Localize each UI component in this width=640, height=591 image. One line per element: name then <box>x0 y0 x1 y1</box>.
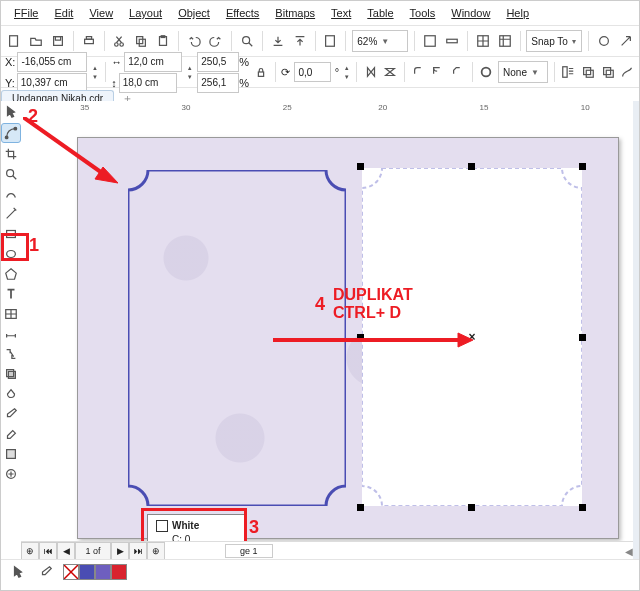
wrap-text-button[interactable] <box>560 61 576 83</box>
undo-button[interactable] <box>185 30 203 52</box>
guides-button[interactable] <box>496 30 514 52</box>
scroll-left-icon[interactable]: ◀ <box>625 546 633 557</box>
dimension-tool[interactable] <box>2 325 20 343</box>
publish-pdf-button[interactable] <box>322 30 340 52</box>
page-add-after-button[interactable]: ⊕ <box>147 542 165 560</box>
standard-toolbar: 62%▼ Snap To▾ <box>1 25 639 56</box>
annotation-number-3: 3 <box>249 517 259 538</box>
page-prev-button[interactable]: ◀ <box>57 542 75 560</box>
selection-handle[interactable] <box>357 504 364 511</box>
copy-button[interactable] <box>132 30 150 52</box>
scale-x-input[interactable]: 250,5 <box>197 52 239 72</box>
selection-handle[interactable] <box>579 504 586 511</box>
selection-handle[interactable] <box>579 334 586 341</box>
open-button[interactable] <box>27 30 45 52</box>
ruler-horizontal[interactable]: 35 30 25 20 15 10 <box>37 101 633 118</box>
swatch-color[interactable] <box>111 564 127 580</box>
to-front-button[interactable] <box>580 61 596 83</box>
swatch-none[interactable] <box>63 564 79 580</box>
crop-tool[interactable] <box>2 145 20 163</box>
freehand-tool[interactable] <box>2 185 20 203</box>
smart-fill-tool[interactable] <box>2 445 20 463</box>
menu-window[interactable]: Window <box>444 6 497 20</box>
rotation-input[interactable]: 0,0 <box>294 62 330 82</box>
menu-layout[interactable]: Layout <box>122 6 169 20</box>
table-tool[interactable] <box>2 305 20 323</box>
import-button[interactable] <box>269 30 287 52</box>
convert-curves-button[interactable] <box>619 61 635 83</box>
drawing-page[interactable]: × 4 DUPLIKAT CTRL+ D <box>77 137 619 539</box>
mirror-v-button[interactable] <box>383 61 399 83</box>
shape-tool[interactable] <box>1 123 21 143</box>
selection-handle[interactable] <box>468 504 475 511</box>
degree-label: ° <box>335 66 339 78</box>
new-button[interactable] <box>5 30 23 52</box>
cut-button[interactable] <box>111 30 129 52</box>
print-button[interactable] <box>80 30 98 52</box>
zoom-tool[interactable] <box>2 165 20 183</box>
eyedropper-tool[interactable] <box>2 405 20 423</box>
fullscreen-button[interactable] <box>421 30 439 52</box>
corner-round-button[interactable] <box>411 61 427 83</box>
menu-object[interactable]: Object <box>171 6 217 20</box>
quick-customize[interactable] <box>2 465 20 483</box>
selection-handle[interactable] <box>468 163 475 170</box>
corner-scallop-button[interactable] <box>431 61 447 83</box>
options-button[interactable] <box>595 30 613 52</box>
snap-combo[interactable]: Snap To▾ <box>526 30 582 52</box>
page-tab[interactable]: ge 1 <box>225 544 273 558</box>
annotation-text-duplikat: DUPLIKAT CTRL+ D <box>333 286 413 321</box>
page-count: 1 of <box>75 542 111 560</box>
swatch-color[interactable] <box>79 564 95 580</box>
to-back-button[interactable] <box>600 61 616 83</box>
svg-rect-33 <box>8 371 15 378</box>
paste-button[interactable] <box>154 30 172 52</box>
position-spinner[interactable]: ▲▼ <box>91 63 98 81</box>
menu-edit[interactable]: Edit <box>47 6 80 20</box>
rotation-spinner[interactable]: ▲▼ <box>343 63 350 81</box>
color-palette-strip[interactable] <box>633 101 639 560</box>
zoom-combo[interactable]: 62%▼ <box>352 30 408 52</box>
save-button[interactable] <box>49 30 67 52</box>
scale-y-input[interactable]: 256,1 <box>197 73 239 93</box>
drop-shadow-tool[interactable] <box>2 365 20 383</box>
connector-tool[interactable] <box>2 345 20 363</box>
x-position-input[interactable]: -16,055 cm <box>17 52 87 72</box>
selection-handle[interactable] <box>357 163 364 170</box>
menu-help[interactable]: Help <box>499 6 536 20</box>
lock-ratio-button[interactable] <box>253 61 269 83</box>
width-input[interactable]: 12,0 cm <box>124 52 182 72</box>
menu-tools[interactable]: Tools <box>403 6 443 20</box>
interactive-fill-tool[interactable] <box>2 425 20 443</box>
corner-chamfer-button[interactable] <box>450 61 466 83</box>
search-button[interactable] <box>238 30 256 52</box>
redo-button[interactable] <box>207 30 225 52</box>
eyedropper-status-icon[interactable] <box>35 561 57 583</box>
size-spinner[interactable]: ▲▼ <box>186 63 193 81</box>
page-next-button[interactable]: ▶ <box>111 542 129 560</box>
launch-button[interactable] <box>617 30 635 52</box>
selection-handle[interactable] <box>579 163 586 170</box>
page-first-button[interactable]: ⏮ <box>39 542 57 560</box>
menu-effects[interactable]: Effects <box>219 6 266 20</box>
menu-view[interactable]: View <box>82 6 120 20</box>
menu-bitmaps[interactable]: Bitmaps <box>268 6 322 20</box>
artistic-media-tool[interactable] <box>2 205 20 223</box>
mirror-h-button[interactable] <box>363 61 379 83</box>
menu-text[interactable]: Text <box>324 6 358 20</box>
transparency-tool[interactable] <box>2 385 20 403</box>
pick-tool[interactable] <box>2 103 20 121</box>
page-add-button[interactable]: ⊕ <box>21 542 39 560</box>
grid-button[interactable] <box>474 30 492 52</box>
text-tool[interactable] <box>2 285 20 303</box>
menu-table[interactable]: Table <box>360 6 400 20</box>
polygon-tool[interactable] <box>2 265 20 283</box>
svg-rect-4 <box>86 37 91 40</box>
page-last-button[interactable]: ⏭ <box>129 542 147 560</box>
export-button[interactable] <box>291 30 309 52</box>
show-rulers-button[interactable] <box>443 30 461 52</box>
menu-file[interactable]: FFile <box>7 6 45 20</box>
outline-style-combo[interactable]: None▼ <box>498 61 548 83</box>
canvas[interactable]: × 4 DUPLIKAT CTRL+ D <box>37 117 633 560</box>
swatch-color[interactable] <box>95 564 111 580</box>
